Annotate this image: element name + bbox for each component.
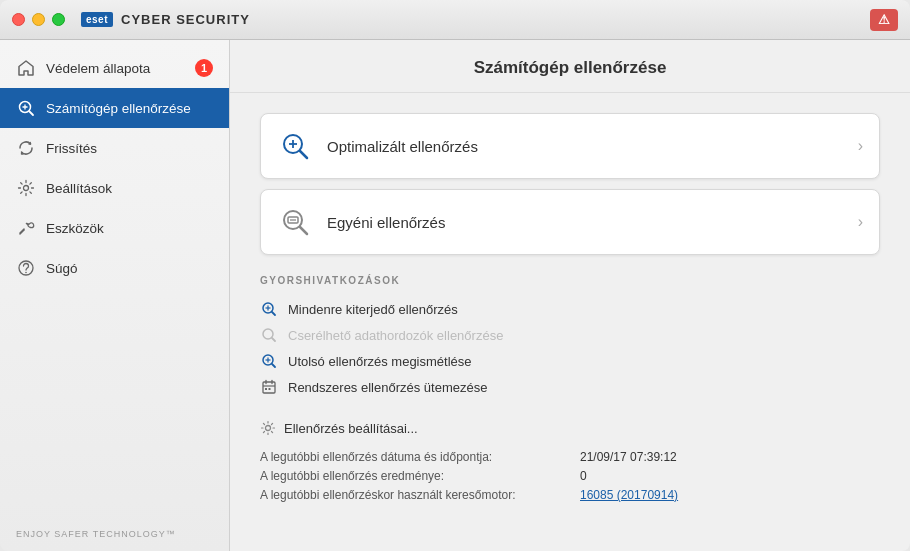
svg-line-1 <box>30 112 34 116</box>
refresh-icon <box>16 138 36 158</box>
optimized-scan-icon <box>277 128 313 164</box>
warning-badge[interactable]: ⚠ <box>870 9 898 31</box>
content-area: Számítógép ellenőrzése Optimalizált elle… <box>230 40 910 551</box>
last-scan-icon <box>260 352 278 370</box>
sidebar-label-tools: Eszközök <box>46 221 104 236</box>
sidebar-label-help: Súgó <box>46 261 78 276</box>
info-value-engine[interactable]: 16085 (20170914) <box>580 488 678 502</box>
shortcut-scheduled-scan[interactable]: Rendszeres ellenőrzés ütemezése <box>260 374 880 400</box>
sidebar-item-computer-scan[interactable]: Számítógép ellenőrzése <box>0 88 229 128</box>
info-label-result: A legutóbbi ellenőrzés eredménye: <box>260 469 580 483</box>
scan-settings-link[interactable]: Ellenőrzés beállításai... <box>260 420 880 436</box>
shortcut-scheduled-scan-label: Rendszeres ellenőrzés ütemezése <box>288 380 487 395</box>
sidebar-item-update[interactable]: Frissítés <box>0 128 229 168</box>
svg-rect-25 <box>263 382 275 393</box>
sidebar-label-settings: Beállítások <box>46 181 112 196</box>
svg-rect-30 <box>269 388 271 390</box>
svg-point-6 <box>25 272 27 274</box>
svg-line-16 <box>272 312 275 315</box>
app-title: CYBER SECURITY <box>121 12 250 27</box>
info-label-date: A legutóbbi ellenőrzés dátuma és időpont… <box>260 450 580 464</box>
svg-line-8 <box>300 151 307 158</box>
full-scan-icon <box>260 300 278 318</box>
removable-scan-icon <box>260 326 278 344</box>
gear-icon <box>16 178 36 198</box>
close-button[interactable] <box>12 13 25 26</box>
app-logo: eset CYBER SECURITY <box>81 12 250 27</box>
shortcuts-section: GYORSHIVATKOZÁSOK Mindenre kiterjedő ell… <box>260 275 880 400</box>
sidebar-label-update: Frissítés <box>46 141 97 156</box>
sidebar: Védelem állapota 1 Számítógép ellenőrzés… <box>0 40 230 551</box>
titlebar: eset CYBER SECURITY ⚠ <box>0 0 910 40</box>
svg-point-4 <box>24 186 29 191</box>
warning-area[interactable]: ⚠ <box>870 9 898 31</box>
scan-icon <box>16 98 36 118</box>
window-controls <box>12 13 65 26</box>
custom-scan-card[interactable]: Egyéni ellenőrzés › <box>260 189 880 255</box>
warning-icon: ⚠ <box>878 12 890 27</box>
custom-scan-chevron: › <box>858 213 863 231</box>
content-title: Számítógép ellenőrzése <box>230 40 910 93</box>
svg-line-22 <box>272 364 275 367</box>
sidebar-item-protection-status[interactable]: Védelem állapota 1 <box>0 48 229 88</box>
shortcut-full-scan-label: Mindenre kiterjedő ellenőrzés <box>288 302 458 317</box>
sidebar-item-tools[interactable]: Eszközök <box>0 208 229 248</box>
scheduled-scan-icon <box>260 378 278 396</box>
info-row-result: A legutóbbi ellenőrzés eredménye: 0 <box>260 469 880 483</box>
info-label-engine: A legutóbbi ellenőrzéskor használt keres… <box>260 488 580 502</box>
sidebar-item-help[interactable]: Súgó <box>0 248 229 288</box>
shortcut-full-scan[interactable]: Mindenre kiterjedő ellenőrzés <box>260 296 880 322</box>
sidebar-item-settings[interactable]: Beállítások <box>0 168 229 208</box>
settings-section: Ellenőrzés beállításai... A legutóbbi el… <box>260 420 880 502</box>
shortcut-removable-scan: Cserélhető adathordozók ellenőrzése <box>260 322 880 348</box>
optimized-scan-label: Optimalizált ellenőrzés <box>327 138 858 155</box>
main-layout: Védelem állapota 1 Számítógép ellenőrzés… <box>0 40 910 551</box>
scan-settings-label: Ellenőrzés beállításai... <box>284 421 418 436</box>
maximize-button[interactable] <box>52 13 65 26</box>
info-value-result: 0 <box>580 469 587 483</box>
home-icon <box>16 58 36 78</box>
help-icon <box>16 258 36 278</box>
svg-rect-29 <box>265 388 267 390</box>
sidebar-label-protection: Védelem állapota <box>46 61 150 76</box>
custom-scan-label: Egyéni ellenőrzés <box>327 214 858 231</box>
optimized-scan-card[interactable]: Optimalizált ellenőrzés › <box>260 113 880 179</box>
shortcut-removable-scan-label: Cserélhető adathordozók ellenőrzése <box>288 328 503 343</box>
sidebar-label-scan: Számítógép ellenőrzése <box>46 101 191 116</box>
minimize-button[interactable] <box>32 13 45 26</box>
shortcuts-title: GYORSHIVATKOZÁSOK <box>260 275 880 286</box>
eset-logo-text: eset <box>81 12 113 27</box>
info-table: A legutóbbi ellenőrzés dátuma és időpont… <box>260 450 880 502</box>
svg-point-31 <box>266 426 271 431</box>
info-row-engine: A legutóbbi ellenőrzéskor használt keres… <box>260 488 880 502</box>
tools-icon <box>16 218 36 238</box>
info-row-date: A legutóbbi ellenőrzés dátuma és időpont… <box>260 450 880 464</box>
shortcut-last-scan-label: Utolsó ellenőrzés megismétlése <box>288 354 472 369</box>
custom-scan-icon <box>277 204 313 240</box>
settings-gear-icon <box>260 420 276 436</box>
svg-line-12 <box>300 227 307 234</box>
protection-badge: 1 <box>195 59 213 77</box>
sidebar-footer: ENJOY SAFER TECHNOLOGY™ <box>0 517 229 551</box>
content-body: Optimalizált ellenőrzés › Egyéni ellenőr… <box>230 93 910 551</box>
info-value-date: 21/09/17 07:39:12 <box>580 450 677 464</box>
shortcut-last-scan[interactable]: Utolsó ellenőrzés megismétlése <box>260 348 880 374</box>
svg-line-20 <box>272 338 275 341</box>
optimized-scan-chevron: › <box>858 137 863 155</box>
